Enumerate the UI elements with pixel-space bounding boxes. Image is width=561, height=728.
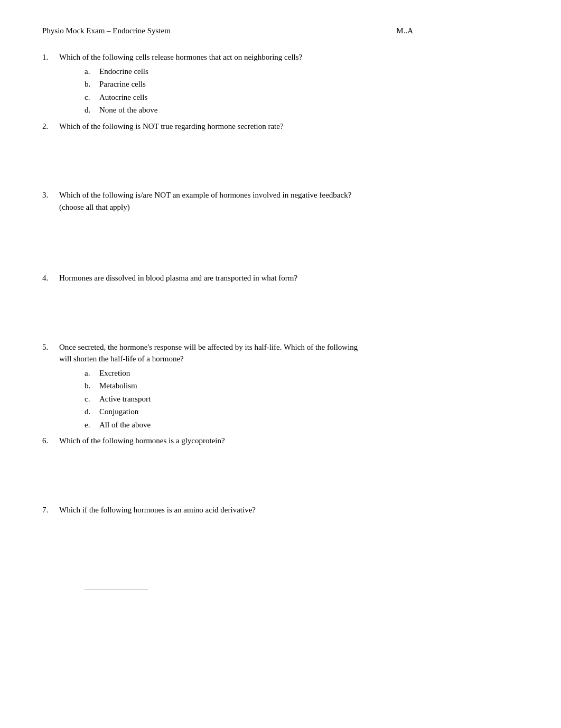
q1-choice-d: d. None of the above: [85, 104, 519, 116]
q1-text: Which of the following cells release hor…: [59, 51, 519, 63]
q1-choice-a: a. Endocrine cells: [85, 66, 519, 78]
q6-number: 6.: [42, 435, 59, 447]
q5-choices: a. Excretion b. Metabolism c. Active tra…: [42, 367, 519, 431]
header-title: Physio Mock Exam – Endocrine System: [42, 26, 171, 35]
q5-number: 5.: [42, 341, 59, 353]
q5-choice-b: b. Metabolism: [85, 380, 519, 392]
q3-text: Which of the following is/are NOT an exa…: [59, 189, 519, 201]
q5-choice-a: a. Excretion: [85, 367, 519, 379]
q5-choice-e: e. All of the above: [85, 419, 519, 431]
questions-container: 1. Which of the following cells release …: [42, 51, 519, 568]
question-5: 5. Once secreted, the hormone's response…: [42, 341, 519, 431]
q5-choice-c: c. Active transport: [85, 393, 519, 405]
q3-continuation: (choose all that apply): [42, 201, 519, 213]
question-4: 4. Hormones are dissolved in blood plasm…: [42, 272, 519, 337]
q4-number: 4.: [42, 272, 59, 284]
q7-text: Which if the following hormones is an am…: [59, 504, 519, 516]
question-6: 6. Which of the following hormones is a …: [42, 435, 519, 500]
q1-number: 1.: [42, 51, 59, 63]
q3-number: 3.: [42, 189, 59, 201]
header-subtitle: M..A: [396, 26, 413, 35]
q5-text: Once secreted, the hormone's response wi…: [59, 341, 519, 353]
q1-choice-b: b. Paracrine cells: [85, 78, 519, 90]
q2-number: 2.: [42, 120, 59, 133]
q4-text: Hormones are dissolved in blood plasma a…: [59, 272, 519, 284]
bottom-rule: [85, 590, 148, 590]
q5-continuation: will shorten the half-life of a hormone?: [42, 353, 519, 365]
q1-choices: a. Endocrine cells b. Paracrine cells c.…: [42, 66, 519, 116]
question-3: 3. Which of the following is/are NOT an …: [42, 189, 519, 268]
q1-choice-c: c. Autocrine cells: [85, 91, 519, 104]
question-2: 2. Which of the following is NOT true re…: [42, 120, 519, 185]
q6-text: Which of the following hormones is a gly…: [59, 435, 519, 447]
page-header: Physio Mock Exam – Endocrine System M..A: [42, 26, 519, 35]
q7-number: 7.: [42, 504, 59, 516]
question-1: 1. Which of the following cells release …: [42, 51, 519, 116]
q2-text: Which of the following is NOT true regar…: [59, 120, 519, 133]
question-7: 7. Which if the following hormones is an…: [42, 504, 519, 569]
q5-choice-d: d. Conjugation: [85, 406, 519, 418]
